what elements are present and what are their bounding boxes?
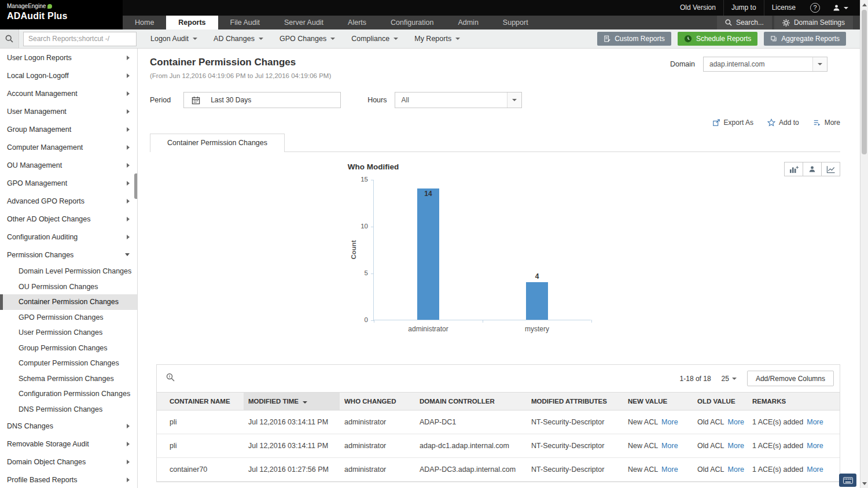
- column-header-label: DOMAIN CONTROLLER: [420, 398, 495, 405]
- report-search-input[interactable]: [23, 32, 137, 46]
- menu-gpo-changes[interactable]: GPO Changes: [271, 29, 343, 49]
- menu-my-reports[interactable]: My Reports: [406, 29, 468, 49]
- brand-logo[interactable]: ManageEngine ADAudit Plus: [0, 0, 123, 29]
- jump-to-link[interactable]: Jump to: [723, 0, 764, 16]
- domain-select[interactable]: adap.internal.com: [703, 57, 827, 72]
- sidebar-collapse-handle[interactable]: [134, 173, 137, 199]
- sidebar-item-user-permission-changes[interactable]: User Permission Changes: [0, 325, 137, 341]
- sidebar-item-user-management[interactable]: User Management: [0, 102, 137, 120]
- hours-select[interactable]: All: [395, 92, 522, 108]
- column-header-new-value[interactable]: NEW VALUE: [623, 393, 693, 411]
- chat-widget-button[interactable]: [839, 474, 856, 487]
- old-version-link[interactable]: Old Version: [672, 0, 723, 16]
- help-icon[interactable]: ?: [810, 3, 820, 13]
- license-link[interactable]: License: [764, 0, 803, 16]
- column-header-modified-time[interactable]: MODIFIED TIME: [244, 393, 340, 411]
- sidebar-item-removable-storage-audit[interactable]: Removable Storage Audit: [0, 435, 137, 453]
- sidebar-item-label: Removable Storage Audit: [7, 440, 89, 448]
- menu-ad-changes[interactable]: AD Changes: [205, 29, 271, 49]
- domain-settings-button[interactable]: Domain Settings: [774, 16, 853, 29]
- sidebar-item-domain-object-changes[interactable]: Domain Object Changes: [0, 453, 137, 471]
- bar-mystery[interactable]: [526, 282, 548, 320]
- sidebar-item-computer-management[interactable]: Computer Management: [0, 138, 137, 156]
- sidebar-item-other-ad-object-changes[interactable]: Other AD Object Changes: [0, 210, 137, 228]
- sidebar-item-schema-permission-changes[interactable]: Schema Permission Changes: [0, 371, 137, 387]
- more-link[interactable]: More: [807, 418, 823, 426]
- schedule-reports-button[interactable]: Schedule Reports: [678, 32, 757, 46]
- sidebar-item-ou-management[interactable]: OU Management: [0, 156, 137, 174]
- sidebar-item-group-permission-changes[interactable]: Group Permission Changes: [0, 341, 137, 356]
- menu-logon-audit[interactable]: Logon Audit: [142, 29, 205, 49]
- sidebar-item-account-management[interactable]: Account Management: [0, 84, 137, 102]
- nav-tab-alerts[interactable]: Alerts: [336, 16, 378, 29]
- more-link[interactable]: More: [661, 442, 678, 450]
- sidebar-item-dns-changes[interactable]: DNS Changes: [0, 417, 137, 435]
- nav-tab-server-audit[interactable]: Server Audit: [272, 16, 336, 29]
- custom-reports-button[interactable]: Custom Reports: [597, 32, 671, 46]
- more-link[interactable]: More: [661, 418, 678, 426]
- cell-time: Jul 12,2016 01:27:56 PM: [244, 458, 340, 482]
- scrollbar-thumb[interactable]: [862, 10, 867, 154]
- sidebar-item-advanced-gpo-reports[interactable]: Advanced GPO Reports: [0, 192, 137, 210]
- sidebar-item-dns-permission-changes[interactable]: DNS Permission Changes: [0, 402, 137, 417]
- more-link[interactable]: More: [728, 418, 744, 426]
- column-header-domain-controller[interactable]: DOMAIN CONTROLLER: [415, 393, 527, 411]
- cell-text: container70: [170, 465, 207, 474]
- more-link[interactable]: More: [807, 465, 823, 474]
- sidebar-item-user-logon-reports[interactable]: User Logon Reports: [0, 49, 137, 66]
- page-size-select[interactable]: 25: [722, 375, 737, 383]
- more-link[interactable]: More: [728, 442, 744, 450]
- sidebar-item-container-permission-changes[interactable]: Container Permission Changes: [0, 294, 137, 310]
- chart-user-filter-button[interactable]: [803, 162, 822, 176]
- scroll-down-arrow[interactable]: [860, 479, 868, 487]
- cell-text: pli: [170, 442, 177, 450]
- sidebar-item-configuration-auditing[interactable]: Configuration Auditing: [0, 228, 137, 246]
- sidebar-item-computer-permission-changes[interactable]: Computer Permission Changes: [0, 356, 137, 371]
- chart-export-button[interactable]: [821, 162, 840, 176]
- nav-tab-home[interactable]: Home: [123, 16, 166, 29]
- column-header-remarks[interactable]: REMARKS: [748, 393, 840, 411]
- sidebar-item-configuration-permission-changes[interactable]: Configuration Permission Changes: [0, 386, 137, 402]
- sidebar-item-gpo-management[interactable]: GPO Management: [0, 174, 137, 192]
- period-input[interactable]: Last 30 Days: [183, 92, 341, 108]
- scroll-up-arrow[interactable]: [860, 1, 868, 9]
- tab-container-permission-changes[interactable]: Container Permission Changes: [150, 134, 285, 152]
- nav-tab-admin[interactable]: Admin: [446, 16, 490, 29]
- sidebar-item-local-logon-logoff[interactable]: Local Logon-Logoff: [0, 66, 137, 84]
- menu-compliance[interactable]: Compliance: [343, 29, 406, 49]
- aggregate-reports-button[interactable]: Aggregate Reports: [764, 32, 846, 46]
- report-search-icon-button[interactable]: [0, 29, 19, 48]
- nav-search-button[interactable]: Search...: [717, 16, 772, 29]
- bar-administrator[interactable]: [417, 188, 439, 320]
- chart-type-button[interactable]: [784, 162, 803, 176]
- nav-tab-support[interactable]: Support: [491, 16, 540, 29]
- nav-tab-reports[interactable]: Reports: [166, 16, 218, 29]
- nav-tab-configuration[interactable]: Configuration: [378, 16, 446, 29]
- nav-tab-file-audit[interactable]: File Audit: [218, 16, 272, 29]
- sidebar-item-profile-based-reports[interactable]: Profile Based Reports: [0, 471, 137, 488]
- vertical-scrollbar[interactable]: [860, 0, 868, 488]
- add-remove-columns-button[interactable]: Add/Remove Columns: [747, 371, 834, 386]
- sidebar-item-permission-changes[interactable]: Permission Changes: [0, 246, 137, 264]
- cell-text: 1 ACE(s) added: [752, 442, 803, 450]
- export-as-button[interactable]: Export As: [712, 119, 753, 127]
- sidebar-item-ou-permission-changes[interactable]: OU Permission Changes: [0, 279, 137, 295]
- more-link[interactable]: More: [728, 465, 744, 474]
- y-axis-label: Count: [350, 240, 357, 259]
- more-actions-button[interactable]: More: [813, 119, 840, 127]
- sidebar-item-gpo-permission-changes[interactable]: GPO Permission Changes: [0, 310, 137, 326]
- column-header-who-changed[interactable]: WHO CHANGED: [340, 393, 415, 411]
- sidebar-item-group-management[interactable]: Group Management: [0, 120, 137, 138]
- add-to-button[interactable]: Add to: [767, 119, 799, 127]
- more-link[interactable]: More: [807, 442, 823, 450]
- user-menu[interactable]: [827, 4, 854, 12]
- column-header-container-name[interactable]: CONTAINER NAME: [157, 393, 244, 411]
- table-search-button[interactable]: [166, 373, 175, 385]
- cell-text: Old ACL: [697, 442, 724, 450]
- sidebar-item-label: Container Permission Changes: [19, 298, 119, 306]
- sidebar-item-domain-level-permission-changes[interactable]: Domain Level Permission Changes: [0, 264, 137, 279]
- cell-text: 1 ACE(s) added: [752, 465, 803, 474]
- column-header-modified-attributes[interactable]: MODIFIED ATTRIBUTES: [527, 393, 623, 411]
- more-link[interactable]: More: [661, 465, 678, 474]
- column-header-old-value[interactable]: OLD VALUE: [693, 393, 748, 411]
